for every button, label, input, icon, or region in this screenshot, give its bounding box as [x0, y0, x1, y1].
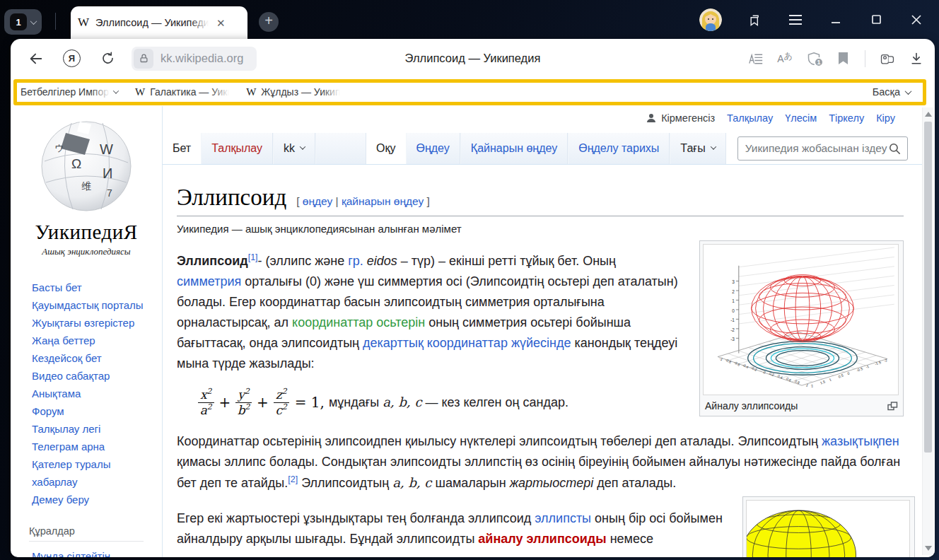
- translate-icon[interactable]: Aあ: [778, 52, 792, 66]
- numerator: y2: [235, 387, 252, 403]
- tab-group-counter[interactable]: 1: [4, 9, 42, 35]
- bookmarks-panel-icon[interactable]: [748, 13, 762, 27]
- close-window-icon[interactable]: [909, 13, 923, 27]
- denominator: b2: [238, 403, 250, 417]
- menu-icon[interactable]: [788, 13, 803, 27]
- personal-link[interactable]: Тіркелу: [829, 112, 864, 124]
- sidebar-link[interactable]: Қателер туралы хабарлау: [32, 455, 145, 491]
- svg-text:-0.6: -0.6: [733, 360, 741, 367]
- personal-link[interactable]: Кіру: [876, 112, 895, 124]
- sidebar-link[interactable]: Жаңа беттер: [32, 332, 145, 349]
- bookmark-item[interactable]: WЖұлдыз — Уикипедия: [246, 86, 340, 98]
- sidebar-link[interactable]: Видео сабақтар: [32, 367, 145, 385]
- new-tab-button[interactable]: +: [259, 12, 279, 32]
- search-input[interactable]: [745, 142, 888, 155]
- reference-link[interactable]: [1]: [248, 252, 258, 262]
- enlarge-icon[interactable]: [887, 402, 898, 411]
- svg-text:W: W: [100, 141, 113, 157]
- user-avatar[interactable]: [699, 8, 722, 31]
- wikipedia-favicon: W: [135, 86, 145, 98]
- back-icon[interactable]: [28, 50, 45, 67]
- sidebar-link[interactable]: Телеграм арна: [32, 438, 145, 455]
- ellipsoid-plot-image[interactable]: 3210-1-2-3-1-0.8-0.6-0.4-0.200.20.40.60.…: [703, 244, 899, 395]
- bookmark-flag-icon[interactable]: [836, 52, 850, 66]
- svg-text:2: 2: [810, 383, 814, 388]
- plus-sign: +: [257, 394, 269, 411]
- svg-text:1: 1: [829, 377, 832, 382]
- tab-талқылау[interactable]: Талқылау: [201, 133, 273, 164]
- figure-rotation-ellipsoid[interactable]: 3210-1-2-3-1-0.8-0.6-0.4-0.200.20.40.60.…: [699, 240, 904, 416]
- page-scrollbar[interactable]: [922, 107, 933, 555]
- personal-link[interactable]: Үлесім: [785, 112, 817, 124]
- reload-icon[interactable]: [99, 50, 116, 67]
- bold-text: Эллипсоид: [177, 254, 248, 268]
- chevron-down-icon: [710, 144, 716, 149]
- search-box[interactable]: [737, 136, 908, 161]
- edit-link[interactable]: өңдеу: [303, 195, 332, 207]
- bold-red-text: айналу эллипсоиды: [478, 532, 606, 546]
- yellow-ellipsoid-image[interactable]: [746, 500, 910, 557]
- reader-mode-icon[interactable]: [749, 52, 763, 66]
- chevron-down-icon: [300, 144, 305, 149]
- sidebar-link[interactable]: Демеу беру: [32, 491, 145, 508]
- divider: [55, 13, 56, 30]
- article-link[interactable]: декарттық координаттар жүйесінде: [363, 336, 571, 350]
- italic-text: eidos: [367, 254, 397, 268]
- svg-text:ウ: ウ: [54, 143, 64, 153]
- sidebar-link[interactable]: Басты бет: [32, 279, 145, 296]
- browser-tab-active[interactable]: W Эллипсоид — Уикипедия ✕: [71, 6, 247, 39]
- svg-text:-0.8: -0.8: [725, 358, 733, 365]
- article-link-green[interactable]: координаттар осьтерін: [292, 315, 425, 329]
- address-bar[interactable]: kk.wikipedia.org: [132, 47, 257, 71]
- wiki-wordmark[interactable]: УикипедиЯ: [11, 221, 162, 244]
- scroll-up-arrow[interactable]: [925, 112, 932, 117]
- tab-label: kk: [284, 142, 295, 155]
- sidebar-link[interactable]: Жуықтағы өзгерістер: [32, 314, 145, 332]
- tab-өңдеу[interactable]: Өңдеу: [406, 133, 460, 164]
- sidebar-link[interactable]: Форум: [32, 402, 145, 420]
- text: - (эллипс және: [258, 254, 349, 268]
- article-link[interactable]: гр.: [348, 254, 363, 268]
- edit-source-link[interactable]: қайнарын өңдеу: [342, 195, 424, 207]
- lock-icon[interactable]: [134, 49, 153, 69]
- svg-text:И: И: [103, 165, 112, 181]
- close-tab-icon[interactable]: ✕: [215, 16, 227, 30]
- sidebar-tool-link[interactable]: Мұнда сілтейтін беттер: [32, 547, 145, 557]
- bookmarks-more-button[interactable]: Басқа: [873, 86, 911, 98]
- bookmark-item[interactable]: Бетбелгілер Импортталды: [21, 86, 118, 98]
- personal-link[interactable]: Талқылау: [727, 112, 773, 124]
- bookmark-item[interactable]: WГалактика — Уикипедия: [135, 86, 229, 98]
- reference-link[interactable]: [2]: [288, 474, 298, 484]
- maximize-window-icon[interactable]: [869, 13, 883, 27]
- tab-kk[interactable]: kk: [273, 133, 315, 164]
- math-variable: a, b, c: [392, 475, 431, 490]
- bookmark-label: Бетбелгілер Импортталды: [21, 86, 110, 98]
- protect-shield-icon[interactable]: 1: [807, 52, 821, 66]
- article-link[interactable]: эллипсты: [535, 511, 591, 525]
- article-link[interactable]: симметрия: [177, 274, 241, 288]
- extensions-icon[interactable]: [880, 52, 894, 66]
- bookmarks-bar: Бетбелгілер ИмпортталдыWГалактика — Уики…: [11, 78, 935, 106]
- sidebar-link[interactable]: Қауымдастық порталы: [32, 296, 145, 314]
- sidebar-link[interactable]: Талқылау легі: [32, 420, 145, 438]
- tab-title: Эллипсоид — Уикипедия: [95, 17, 209, 28]
- yandex-icon[interactable]: Я: [63, 49, 81, 67]
- tab-оқу[interactable]: Оқу: [366, 133, 405, 164]
- sidebar-link[interactable]: Кездейсоқ бет: [32, 349, 145, 367]
- sidebar-link[interactable]: Анықтама: [32, 385, 145, 402]
- tab-label: Қайнарын өңдеу: [471, 142, 557, 155]
- article-link[interactable]: жазықтықпен: [822, 434, 899, 448]
- search-icon[interactable]: [888, 142, 902, 156]
- minimize-window-icon[interactable]: [829, 13, 843, 27]
- svg-text:0: 0: [732, 308, 735, 313]
- tab-label: Тағы: [680, 142, 705, 155]
- wikipedia-logo[interactable]: W Ω И 维 7 ウ: [37, 117, 135, 218]
- figure-yellow-ellipsoid[interactable]: [742, 496, 915, 557]
- download-icon[interactable]: [909, 52, 923, 66]
- tab-бет[interactable]: Бет: [163, 133, 201, 164]
- tab-қайнарын өңдеу[interactable]: Қайнарын өңдеу: [460, 133, 568, 164]
- tab-тағы[interactable]: Тағы: [670, 133, 725, 164]
- tab-өңделу тарихы[interactable]: Өңделу тарихы: [568, 133, 670, 164]
- scroll-down-arrow[interactable]: [925, 546, 932, 551]
- scrollbar-thumb[interactable]: [924, 122, 932, 453]
